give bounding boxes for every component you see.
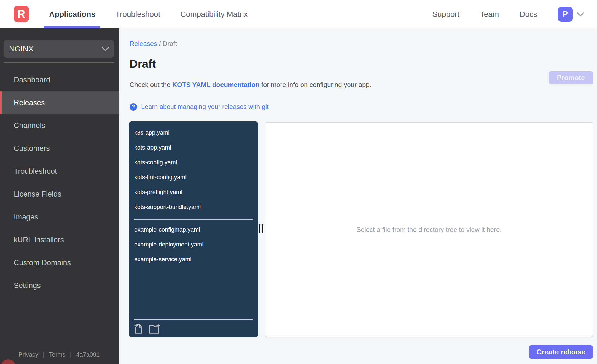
intro-suffix: for more info on configuring your app.	[260, 81, 372, 88]
sidebar-menu: DashboardReleasesChannelsCustomersTroubl…	[0, 69, 119, 297]
sidebar-item[interactable]: Images	[0, 206, 119, 229]
top-nav-link[interactable]: Docs	[520, 10, 537, 19]
top-nav-item[interactable]: Compatibility Matrix	[175, 0, 252, 28]
file-tree-item[interactable]: k8s-app.yaml	[129, 125, 258, 140]
secondary-nav: SupportTeamDocs P	[432, 0, 585, 28]
drag-bar	[259, 224, 260, 233]
file-tree-panel: k8s-app.yamlkots-app.yamlkots-config.yam…	[129, 121, 258, 337]
panel-resize-handle[interactable]	[259, 224, 263, 233]
sidebar-footer: Privacy | Terms | 4a7a091	[18, 351, 100, 358]
drag-bar	[262, 224, 263, 233]
top-nav-link[interactable]: Team	[480, 10, 499, 19]
file-tree-item[interactable]: kots-support-bundle.yaml	[129, 200, 258, 214]
file-tree-item[interactable]: kots-app.yaml	[129, 140, 258, 155]
top-nav-item[interactable]: Troubleshoot	[111, 0, 165, 28]
app-selector-value: NGINX	[9, 45, 34, 53]
sidebar-item[interactable]: kURL Installers	[0, 229, 119, 251]
file-tree-item[interactable]: kots-lint-config.yaml	[129, 170, 258, 185]
account-menu[interactable]: P	[558, 7, 585, 22]
intro-prefix: Check out the	[130, 81, 172, 88]
promote-button[interactable]: Promote	[549, 71, 593, 84]
breadcrumb-releases-link[interactable]: Releases	[130, 40, 157, 47]
sidebar-divider	[4, 62, 114, 63]
question-icon: ?	[130, 103, 137, 111]
app-selector[interactable]: NGINX	[4, 40, 114, 58]
chevron-down-icon[interactable]	[576, 12, 585, 17]
sidebar-item[interactable]: Settings	[0, 274, 119, 297]
sidebar-item[interactable]: Dashboard	[0, 69, 119, 91]
intro-text: Check out the KOTS YAML documentation fo…	[130, 81, 371, 89]
breadcrumb-separator: /	[159, 40, 161, 47]
new-folder-icon[interactable]	[149, 324, 161, 334]
file-tree-item[interactable]: kots-preflight.yaml	[129, 185, 258, 200]
file-tree-example-list: example-configmap.yamlexample-deployment…	[129, 222, 258, 267]
new-file-icon[interactable]	[134, 324, 143, 334]
chevron-down-icon	[101, 47, 109, 51]
page-title: Draft	[130, 58, 156, 70]
sidebar-item[interactable]: Releases	[0, 91, 119, 114]
viewer-placeholder-text: Select a file from the directory tree to…	[356, 226, 502, 233]
file-tree-item[interactable]: example-deployment.yaml	[129, 237, 258, 252]
git-help-link[interactable]: Learn about managing your releases with …	[141, 103, 268, 111]
main-content: Releases / Draft Draft Check out the KOT…	[119, 28, 597, 364]
file-tree-toolbar	[134, 319, 253, 334]
git-help-row[interactable]: ? Learn about managing your releases wit…	[130, 103, 268, 111]
terms-link[interactable]: Terms	[49, 351, 66, 358]
sidebar-item[interactable]: Custom Domains	[0, 251, 119, 274]
file-tree-item[interactable]: example-service.yaml	[129, 252, 258, 267]
sidebar-item[interactable]: Channels	[0, 114, 119, 137]
primary-nav: ApplicationsTroubleshootCompatibility Ma…	[44, 0, 253, 28]
build-hash: 4a7a091	[76, 351, 100, 358]
replicated-logo-icon[interactable]: R	[14, 6, 29, 22]
top-nav: R ApplicationsTroubleshootCompatibility …	[0, 0, 597, 28]
top-nav-item[interactable]: Applications	[44, 0, 100, 28]
file-tree-root-list: k8s-app.yamlkots-app.yamlkots-config.yam…	[129, 125, 258, 214]
file-tree-item[interactable]: kots-config.yaml	[129, 155, 258, 170]
sidebar-item[interactable]: License Fields	[0, 183, 119, 206]
secondary-nav-links: SupportTeamDocs	[432, 10, 537, 19]
file-viewer-panel: Select a file from the directory tree to…	[265, 122, 593, 337]
sidebar-item[interactable]: Customers	[0, 137, 119, 160]
create-release-button[interactable]: Create release	[529, 345, 593, 359]
kots-yaml-docs-link[interactable]: KOTS YAML documentation	[172, 81, 260, 88]
privacy-link[interactable]: Privacy	[18, 351, 38, 358]
file-tree-item[interactable]: example-configmap.yaml	[129, 222, 258, 237]
vendor-portal-page: R ApplicationsTroubleshootCompatibility …	[0, 0, 597, 364]
breadcrumb: Releases / Draft	[130, 40, 177, 48]
breadcrumb-current: Draft	[163, 40, 177, 47]
footer-separator: |	[70, 351, 72, 358]
top-nav-link[interactable]: Support	[432, 10, 459, 19]
sidebar: NGINX DashboardReleasesChannelsCustomers…	[0, 28, 119, 364]
footer-separator: |	[43, 351, 45, 358]
avatar[interactable]: P	[558, 7, 573, 22]
sidebar-item[interactable]: Troubleshoot	[0, 160, 119, 183]
file-tree-divider	[134, 219, 253, 220]
